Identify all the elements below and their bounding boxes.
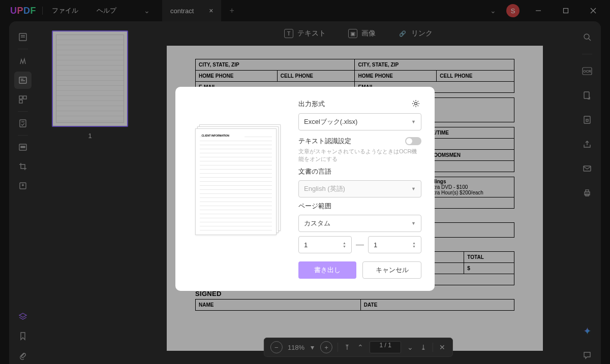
ocr-hint: 文章がスキャンされているようなときはOCR機能をオンにする [298, 148, 421, 163]
language-label: 文書の言語 [298, 167, 421, 176]
format-select[interactable]: Excelブック(.xlsx)▼ [298, 113, 421, 130]
range-from-input[interactable]: 1▲▼ [298, 236, 352, 253]
range-separator: — [356, 240, 364, 249]
gear-icon[interactable] [411, 99, 421, 109]
cancel-button[interactable]: キャンセル [362, 261, 421, 279]
ocr-toggle[interactable] [405, 137, 421, 145]
svg-point-28 [415, 103, 417, 105]
export-button[interactable]: 書き出し [298, 261, 356, 279]
range-to-input[interactable]: 1▲▼ [368, 236, 421, 253]
language-select[interactable]: English (英語)▼ [298, 180, 421, 197]
range-label: ページ範囲 [298, 202, 421, 211]
output-format-label: 出力形式 [298, 100, 325, 109]
export-preview [189, 99, 285, 279]
export-modal: 出力形式 Excelブック(.xlsx)▼ テキスト認識設定 文章がスキャンされ… [175, 87, 435, 291]
range-select[interactable]: カスタム▼ [298, 215, 421, 232]
ocr-label: テキスト認識設定 [298, 137, 351, 146]
